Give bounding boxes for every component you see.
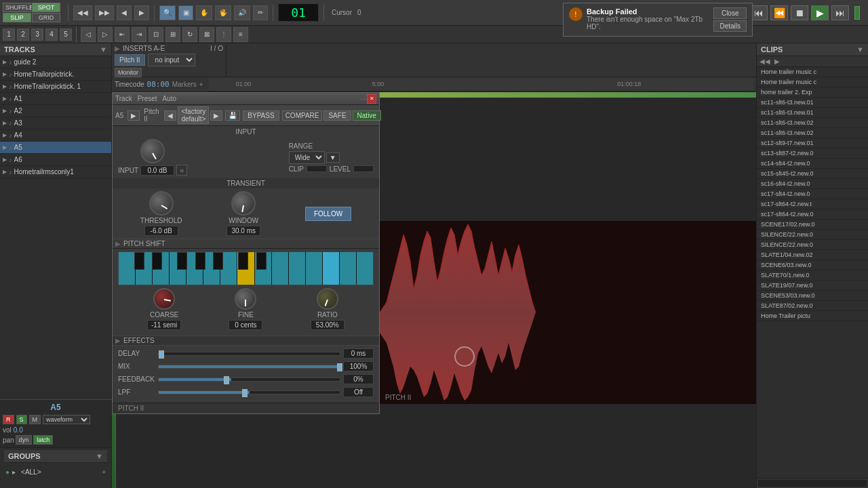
lpf-thumb[interactable] bbox=[242, 389, 248, 397]
clip-item[interactable]: Home trailer music c bbox=[757, 77, 868, 87]
clip-item[interactable]: sc17-slt64-t2.new.0 bbox=[757, 209, 868, 220]
io-input-select[interactable]: no input bbox=[148, 54, 195, 66]
clip-item[interactable]: home trailer 2. Exp bbox=[757, 87, 868, 98]
mix-slider[interactable] bbox=[158, 365, 340, 369]
key-10[interactable] bbox=[289, 252, 306, 285]
add-marker-btn[interactable]: + bbox=[199, 81, 203, 88]
mute-btn[interactable]: M bbox=[29, 415, 41, 424]
ratio-knob[interactable] bbox=[317, 288, 338, 310]
coarse-knob[interactable] bbox=[153, 288, 175, 310]
key-3[interactable] bbox=[153, 252, 170, 285]
tool-hand-btn[interactable]: 🖐 bbox=[215, 5, 231, 20]
num-5-btn[interactable]: 5 bbox=[60, 28, 72, 41]
input-link-btn[interactable]: ○ bbox=[176, 165, 187, 176]
num-1-btn[interactable]: 1 bbox=[3, 28, 15, 41]
clips-icon[interactable]: ▼ bbox=[856, 45, 864, 54]
fast-forward-btn[interactable]: ▶▶ bbox=[95, 5, 114, 20]
track-item[interactable]: ▶ ♪ guide 2 bbox=[0, 56, 111, 68]
clip-item[interactable]: SILENCE/22.new.0 bbox=[757, 230, 868, 240]
key-12[interactable] bbox=[323, 252, 340, 285]
track-item[interactable]: ▶ ♪ A2 bbox=[0, 105, 111, 117]
clip-item[interactable]: SLATE87/02.new.0 bbox=[757, 301, 868, 311]
goto-end-btn[interactable]: ⏭ bbox=[831, 5, 849, 20]
clip-item[interactable]: SLATE70/1.new.0 bbox=[757, 270, 868, 281]
key-13[interactable] bbox=[340, 252, 357, 285]
tool-select-btn[interactable]: ▣ bbox=[178, 5, 193, 20]
clip-item[interactable]: SCENE53/03.new.0 bbox=[757, 291, 868, 301]
solo-btn[interactable]: S bbox=[16, 415, 27, 424]
clips-fwd-btn[interactable]: ▶ bbox=[774, 58, 780, 65]
clip-item[interactable]: sc13-slt87-t2.new.0 bbox=[757, 148, 868, 159]
clip-item[interactable]: sc15-slt45-t2.new.0 bbox=[757, 169, 868, 179]
delay-slider[interactable] bbox=[158, 352, 340, 356]
threshold-knob[interactable] bbox=[149, 191, 174, 216]
clip-item[interactable]: SLATE1/04.new.02 bbox=[757, 250, 868, 260]
mix-thumb[interactable] bbox=[337, 363, 342, 371]
clips-scrollbar[interactable] bbox=[758, 480, 867, 487]
native-btn[interactable]: Native bbox=[353, 110, 381, 121]
nudge-right-btn[interactable]: ▷ bbox=[98, 27, 113, 42]
punch-btn[interactable]: ⊠ bbox=[199, 27, 214, 42]
track-item[interactable]: ▶ ♪ Hometrailrmsconly1 bbox=[0, 166, 111, 178]
tool-grab-btn[interactable]: ✋ bbox=[196, 5, 212, 20]
feedback-slider[interactable] bbox=[158, 378, 340, 382]
compare-btn[interactable]: COMPARE bbox=[282, 110, 323, 121]
monitor-btn[interactable]: Monitor bbox=[115, 68, 142, 77]
tracks-panel-icon[interactable]: ▼ bbox=[100, 45, 107, 54]
clip-item[interactable]: Home Trailer pictu bbox=[757, 311, 868, 321]
tool-zoom-btn[interactable]: 🔍 bbox=[159, 5, 176, 20]
preset-next-btn[interactable]: ▶ bbox=[210, 110, 222, 121]
clip-item[interactable]: sc11-slt6-t3.new.02 bbox=[757, 118, 868, 128]
tab-right-btn[interactable]: ⇥ bbox=[132, 27, 146, 42]
preset-save-btn[interactable]: 💾 bbox=[225, 110, 240, 121]
clip-item[interactable]: sc16-slt4-t2.new.0 bbox=[757, 179, 868, 189]
back-btn[interactable]: ◀ bbox=[117, 5, 132, 20]
fine-knob[interactable] bbox=[235, 288, 256, 310]
stop-btn[interactable]: ⏹ bbox=[791, 5, 808, 20]
latch-btn[interactable]: latch bbox=[33, 435, 53, 445]
track-item[interactable]: ▶ ♪ HomeTrailorpicktick. 1 bbox=[0, 81, 111, 93]
key-8[interactable] bbox=[255, 252, 272, 285]
range-select[interactable]: Wide bbox=[289, 151, 325, 164]
clip-item[interactable]: SCENE17/02.new.0 bbox=[757, 220, 868, 230]
shuffle-mode-btn[interactable]: SHUFFLE bbox=[3, 3, 31, 12]
nudge-left-btn[interactable]: ◁ bbox=[81, 27, 96, 42]
clip-item[interactable]: sc11-slt6-t3.new.01 bbox=[757, 108, 868, 118]
tool-pencil-btn[interactable]: ✏ bbox=[253, 5, 268, 20]
clip-item[interactable]: sc17-slt64-t2.new.t bbox=[757, 199, 868, 209]
lpf-slider[interactable] bbox=[158, 390, 340, 394]
key-4[interactable] bbox=[170, 252, 186, 285]
tool-speaker-btn[interactable]: 🔊 bbox=[234, 5, 250, 20]
view-options-btn[interactable]: ≡ bbox=[233, 27, 248, 42]
track-item[interactable]: ▶ ♪ A4 bbox=[0, 129, 111, 142]
key-9[interactable] bbox=[272, 252, 289, 285]
pitch-ii-insert[interactable]: Pitch II bbox=[115, 54, 145, 66]
num-2-btn[interactable]: 2 bbox=[17, 28, 29, 41]
grid-mode-btn[interactable]: GRID bbox=[32, 13, 60, 22]
key-14[interactable] bbox=[357, 252, 373, 285]
key-6[interactable] bbox=[203, 252, 220, 285]
key-2[interactable] bbox=[136, 252, 153, 285]
clip-item[interactable]: sc11-slt6-t3.new.01 bbox=[757, 98, 868, 108]
waveform-select[interactable]: waveform bbox=[43, 415, 90, 424]
track-arrow-btn[interactable]: ▶ bbox=[127, 110, 140, 121]
preset-name[interactable]: <factory default> bbox=[178, 106, 209, 124]
capture-btn[interactable]: ⊡ bbox=[149, 27, 163, 42]
clip-item[interactable]: Home trailer music c bbox=[757, 67, 868, 77]
pitch-shift-toggle[interactable]: ▶ bbox=[115, 240, 121, 247]
track-fold-icon[interactable]: ▶ bbox=[115, 45, 120, 52]
separate-btn[interactable]: ⊞ bbox=[165, 27, 180, 42]
record-arm-btn[interactable]: R bbox=[3, 415, 14, 424]
groups-icon[interactable]: ▼ bbox=[96, 452, 103, 460]
slip-mode-btn[interactable]: SLIP bbox=[3, 13, 31, 22]
forward-btn[interactable]: ▶ bbox=[134, 5, 149, 20]
notif-close-btn[interactable]: Close bbox=[713, 7, 747, 19]
feedback-thumb[interactable] bbox=[224, 376, 229, 384]
dyn-btn[interactable]: dyn bbox=[16, 435, 33, 445]
key-5[interactable] bbox=[186, 252, 203, 285]
clip-item[interactable]: sc11-slt6-t3.new.02 bbox=[757, 128, 868, 138]
num-4-btn[interactable]: 4 bbox=[45, 28, 58, 41]
safe-btn[interactable]: SAFE bbox=[323, 110, 351, 121]
spot-mode-btn[interactable]: SPOT bbox=[32, 3, 60, 12]
clip-item[interactable]: SCENE6/03.new.0 bbox=[757, 260, 868, 270]
